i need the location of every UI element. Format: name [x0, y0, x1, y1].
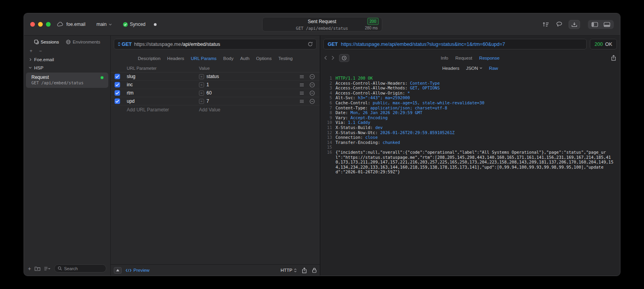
lasso-icon[interactable]	[555, 21, 563, 28]
tab-url-params[interactable]: URL Params	[191, 56, 216, 61]
response-line: 13Connection: close	[323, 135, 615, 140]
response-line: 16{"incidents":null,"overall":{"code":"o…	[323, 150, 615, 174]
sidebar-footer	[24, 261, 110, 276]
new-folder-icon[interactable]	[35, 266, 40, 271]
share-icon[interactable]	[302, 267, 307, 273]
response-tabs: Info Request Response	[441, 56, 500, 60]
param-key[interactable]: rtm	[127, 90, 199, 96]
param-key[interactable]: inc	[127, 82, 199, 87]
tab-body[interactable]: Body	[223, 56, 234, 61]
param-checkbox[interactable]	[115, 82, 120, 87]
titlebar-actions	[542, 20, 614, 29]
new-request-button[interactable]	[28, 265, 31, 272]
branch-selector[interactable]: main	[97, 22, 112, 27]
sidebar: Sessions Environments Foe.	[24, 36, 111, 276]
param-checkbox[interactable]	[115, 98, 120, 104]
sort-lines-icon[interactable]	[542, 21, 550, 28]
param-value[interactable]: 7	[206, 98, 209, 104]
updown-arrows-icon	[294, 268, 297, 273]
toggle-left-panel-icon[interactable]	[591, 22, 598, 27]
subtab-raw[interactable]: Raw	[489, 66, 498, 71]
param-row-upd[interactable]: upd 7	[111, 97, 320, 105]
method-selector[interactable]: GET	[118, 42, 132, 47]
param-table-header: URL Parameter Value	[111, 64, 320, 73]
response-line: 14Transfer-Encoding: chunked	[323, 140, 615, 145]
response-line: 4Access-Control-Allow-Origin: *	[323, 91, 615, 96]
zoom-window-button[interactable]	[46, 22, 51, 27]
tree-item-request-selected[interactable]: Request GET /api/embed/status	[26, 73, 108, 88]
add-item-button[interactable]	[29, 49, 33, 53]
preview-button[interactable]: Preview	[126, 268, 150, 273]
close-window-button[interactable]	[30, 22, 35, 27]
protocol-selector[interactable]: HTTP	[281, 268, 297, 273]
param-value[interactable]: 1	[206, 82, 209, 87]
preview-label: Preview	[133, 268, 150, 273]
response-raw-body[interactable]: 1HTTP/1.1 200 OK 2Access-Control-Allow-H…	[320, 73, 620, 276]
reorder-handle-icon[interactable]	[297, 83, 306, 87]
sent-request-url[interactable]: GET https://statuspage.me/api/embed/stat…	[323, 39, 587, 49]
sidebar-search[interactable]	[54, 264, 106, 273]
response-line: 12X-Status-Now-Utc: 2026-01-26T20:29:59.…	[323, 130, 615, 135]
tab-info[interactable]: Info	[441, 56, 448, 60]
request-editor-footer: Preview HTTP	[111, 264, 320, 276]
subtab-json[interactable]: JSON	[466, 66, 482, 71]
reorder-handle-icon[interactable]	[297, 100, 306, 103]
response-line: 2Access-Control-Allow-Headers: Content-T…	[323, 81, 615, 86]
tab-testing[interactable]: Testing	[278, 56, 292, 61]
search-input[interactable]	[64, 266, 103, 271]
remove-row-icon[interactable]	[306, 74, 317, 79]
toggle-bottom-panel-icon[interactable]	[604, 22, 610, 27]
param-value[interactable]: 60	[206, 90, 212, 96]
tab-response[interactable]: Response	[479, 56, 500, 60]
refresh-icon[interactable]	[308, 42, 313, 47]
response-line: 9Vary: Accept-Encoding	[323, 115, 615, 120]
param-row-slug[interactable]: slug status	[111, 73, 320, 81]
subtab-headers[interactable]: Headers	[442, 66, 459, 71]
search-icon	[58, 266, 62, 271]
param-row-rtm[interactable]: rtm 60	[111, 89, 320, 97]
remove-item-button[interactable]	[38, 49, 43, 53]
branch-name: main	[97, 22, 107, 27]
param-add-row[interactable]: Add URL Parameter Add Value	[111, 105, 320, 114]
tab-environments[interactable]: Environments	[66, 40, 100, 44]
param-checkbox[interactable]	[115, 74, 120, 79]
tab-options[interactable]: Options	[256, 56, 272, 61]
remove-row-icon[interactable]	[306, 82, 317, 87]
remove-row-icon[interactable]	[306, 99, 317, 104]
history-clock-icon[interactable]	[339, 54, 349, 62]
history-back-icon[interactable]	[324, 56, 327, 60]
sent-request-summary[interactable]: Sent Request 200 GET /api/embed/status 2…	[262, 17, 382, 32]
tree-group-foe-email[interactable]: Foe.email	[24, 55, 110, 64]
lock-icon[interactable]	[312, 267, 317, 273]
param-value[interactable]: status	[206, 74, 219, 79]
param-key[interactable]: upd	[127, 98, 199, 104]
main-content: Sessions Environments Foe.	[24, 36, 620, 276]
project-name[interactable]: foe.email	[66, 22, 86, 27]
reorder-handle-icon[interactable]	[297, 91, 306, 95]
sync-status[interactable]: Synced	[123, 22, 146, 27]
param-row-inc[interactable]: inc 1	[111, 81, 320, 89]
equals-icon	[199, 99, 204, 104]
tab-sessions[interactable]: Sessions	[34, 40, 59, 44]
history-forward-icon[interactable]	[332, 56, 334, 60]
chevron-right-icon	[29, 58, 32, 61]
minimize-window-button[interactable]	[38, 22, 43, 27]
expand-panel-icon[interactable]	[114, 267, 122, 274]
reorder-handle-icon[interactable]	[297, 75, 306, 78]
import-tray-icon[interactable]	[569, 20, 580, 29]
param-checkbox[interactable]	[115, 90, 120, 96]
response-status-box: 200 OK	[590, 39, 617, 49]
tab-description[interactable]: Description	[138, 56, 161, 61]
add-url-parameter-placeholder[interactable]: Add URL Parameter	[127, 107, 199, 113]
tab-request[interactable]: Request	[455, 56, 472, 60]
param-key[interactable]: slug	[127, 74, 199, 79]
tree-group-hsp[interactable]: HSP	[24, 64, 110, 72]
tab-headers[interactable]: Headers	[167, 56, 184, 61]
request-tree: Foe.email HSP Request GET /api/embed/sta…	[24, 55, 110, 89]
sort-order-icon[interactable]	[44, 267, 51, 271]
remove-row-icon[interactable]	[306, 91, 317, 96]
tab-auth[interactable]: Auth	[240, 56, 250, 61]
export-share-icon[interactable]	[611, 55, 616, 61]
request-url-bar[interactable]: GET https://statuspage.me /api/embed/sta…	[114, 39, 317, 49]
add-value-placeholder[interactable]: Add Value	[199, 107, 297, 113]
